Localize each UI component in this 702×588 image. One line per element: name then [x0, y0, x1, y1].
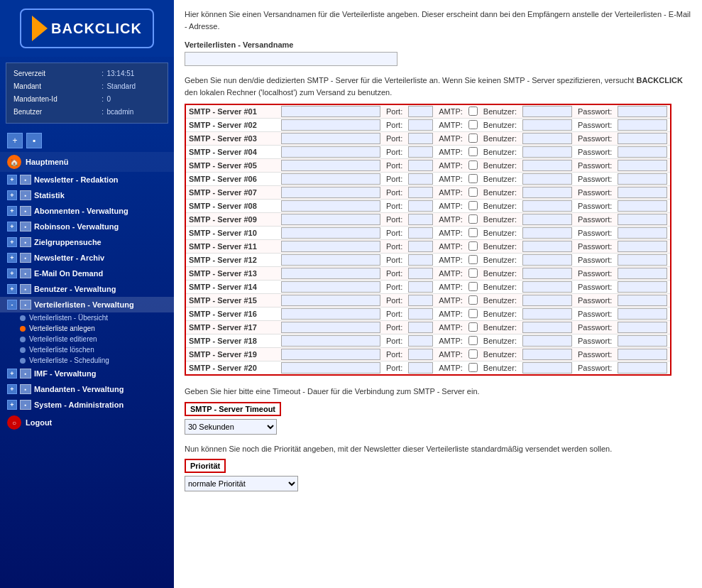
sidebar-item-mandanten-verwaltung[interactable]: + ▪ Mandanten - Verwaltung — [0, 381, 174, 397]
port-input[interactable] — [408, 281, 433, 293]
benutzer-input[interactable] — [522, 214, 572, 225]
passwort-input[interactable] — [618, 173, 667, 185]
amtp-checkbox[interactable] — [468, 349, 478, 359]
amtp-checkbox[interactable] — [468, 255, 478, 264]
benutzer-input[interactable] — [522, 119, 572, 131]
subnav-item-loeschen[interactable]: Verteilerliste löschen — [20, 344, 174, 355]
amtp-checkbox[interactable] — [468, 228, 478, 237]
benutzer-input[interactable] — [522, 200, 572, 212]
versandname-input[interactable] — [185, 52, 397, 66]
smtp-server-input[interactable] — [281, 254, 380, 266]
port-input[interactable] — [408, 173, 433, 185]
benutzer-input[interactable] — [522, 106, 572, 117]
amtp-checkbox[interactable] — [468, 214, 478, 224]
smtp-server-input[interactable] — [281, 281, 380, 293]
port-input[interactable] — [408, 349, 433, 360]
port-input[interactable] — [408, 241, 433, 252]
port-input[interactable] — [408, 106, 433, 117]
benutzer-input[interactable] — [522, 254, 572, 266]
benutzer-input[interactable] — [522, 308, 572, 320]
sidebar-item-hauptmenu[interactable]: 🏠 Hauptmenü — [0, 152, 174, 172]
smtp-server-input[interactable] — [281, 160, 380, 171]
smtp-server-input[interactable] — [281, 241, 380, 252]
port-input[interactable] — [408, 308, 433, 320]
smtp-server-input[interactable] — [281, 335, 380, 347]
smtp-server-input[interactable] — [281, 214, 380, 225]
passwort-input[interactable] — [618, 119, 667, 131]
port-input[interactable] — [408, 146, 433, 158]
amtp-checkbox[interactable] — [468, 120, 478, 129]
amtp-checkbox[interactable] — [468, 147, 478, 156]
sidebar-item-email-on-demand[interactable]: + ▪ E-Mail On Demand — [0, 266, 174, 281]
smtp-server-input[interactable] — [281, 349, 380, 360]
benutzer-input[interactable] — [522, 241, 572, 252]
smtp-server-input[interactable] — [281, 173, 380, 185]
port-input[interactable] — [408, 335, 433, 347]
priority-select[interactable]: normale Prioritäthohe Prioritätniedrige … — [185, 476, 298, 491]
benutzer-input[interactable] — [522, 160, 572, 171]
sidebar-item-newsletter-redaktion[interactable]: + ▪ Newsletter - Redaktion — [0, 172, 174, 187]
amtp-checkbox[interactable] — [468, 295, 478, 305]
passwort-input[interactable] — [618, 187, 667, 198]
amtp-checkbox[interactable] — [468, 268, 478, 278]
smtp-server-input[interactable] — [281, 106, 380, 117]
benutzer-input[interactable] — [522, 335, 572, 347]
passwort-input[interactable] — [618, 106, 667, 117]
sidebar-item-verteilerlisten-verwaltung[interactable]: - ▪ Verteilerlisten - Verwaltung — [0, 297, 174, 312]
smtp-server-input[interactable] — [281, 133, 380, 144]
timeout-select[interactable]: 30 Sekunden60 Sekunden120 Sekunden — [185, 419, 277, 435]
passwort-input[interactable] — [618, 322, 667, 333]
passwort-input[interactable] — [618, 349, 667, 360]
benutzer-input[interactable] — [522, 281, 572, 293]
smtp-server-input[interactable] — [281, 322, 380, 333]
passwort-input[interactable] — [618, 268, 667, 279]
benutzer-input[interactable] — [522, 133, 572, 144]
sidebar-item-newsletter-archiv[interactable]: + ▪ Newsletter - Archiv — [0, 250, 174, 266]
smtp-server-input[interactable] — [281, 308, 380, 320]
port-input[interactable] — [408, 119, 433, 131]
amtp-checkbox[interactable] — [468, 201, 478, 210]
subnav-item-editieren[interactable]: Verteilerliste editieren — [20, 334, 174, 344]
sidebar-item-zielgruppensuche[interactable]: + ▪ Zielgruppensuche — [0, 234, 174, 250]
passwort-input[interactable] — [618, 281, 667, 293]
benutzer-input[interactable] — [522, 227, 572, 239]
amtp-checkbox[interactable] — [468, 241, 478, 251]
port-input[interactable] — [408, 227, 433, 239]
port-input[interactable] — [408, 254, 433, 266]
amtp-checkbox[interactable] — [468, 336, 478, 345]
passwort-input[interactable] — [618, 308, 667, 320]
expand-all-button[interactable]: + — [7, 133, 23, 148]
amtp-checkbox[interactable] — [468, 174, 478, 183]
passwort-input[interactable] — [618, 254, 667, 266]
sidebar-item-statistik[interactable]: + ▪ Statistik — [0, 187, 174, 203]
port-input[interactable] — [408, 268, 433, 279]
benutzer-input[interactable] — [522, 146, 572, 158]
passwort-input[interactable] — [618, 227, 667, 239]
benutzer-input[interactable] — [522, 362, 572, 374]
port-input[interactable] — [408, 214, 433, 225]
sidebar-item-benutzer-verwaltung[interactable]: + ▪ Benutzer - Verwaltung — [0, 281, 174, 297]
smtp-server-input[interactable] — [281, 227, 380, 239]
subnav-item-uebersicht[interactable]: Verteilerlisten - Übersicht — [20, 312, 174, 323]
collapse-all-button[interactable]: ▪ — [26, 133, 42, 148]
amtp-checkbox[interactable] — [468, 160, 478, 170]
amtp-checkbox[interactable] — [468, 322, 478, 332]
smtp-server-input[interactable] — [281, 200, 380, 212]
port-input[interactable] — [408, 295, 433, 306]
sidebar-item-system-administration[interactable]: + ▪ System - Administration — [0, 397, 174, 413]
passwort-input[interactable] — [618, 295, 667, 306]
benutzer-input[interactable] — [522, 173, 572, 185]
subnav-item-scheduling[interactable]: Verteilerliste - Scheduling — [20, 355, 174, 366]
benutzer-input[interactable] — [522, 322, 572, 333]
amtp-checkbox[interactable] — [468, 363, 478, 372]
passwort-input[interactable] — [618, 200, 667, 212]
smtp-server-input[interactable] — [281, 146, 380, 158]
passwort-input[interactable] — [618, 160, 667, 171]
sidebar-item-logout[interactable]: ○ Logout — [0, 413, 174, 432]
amtp-checkbox[interactable] — [468, 282, 478, 291]
sidebar-item-imf-verwaltung[interactable]: + ▪ IMF - Verwaltung — [0, 366, 174, 381]
smtp-server-input[interactable] — [281, 295, 380, 306]
subnav-item-anlegen[interactable]: Verteilerliste anlegen — [20, 323, 174, 334]
amtp-checkbox[interactable] — [468, 309, 478, 318]
smtp-server-input[interactable] — [281, 268, 380, 279]
